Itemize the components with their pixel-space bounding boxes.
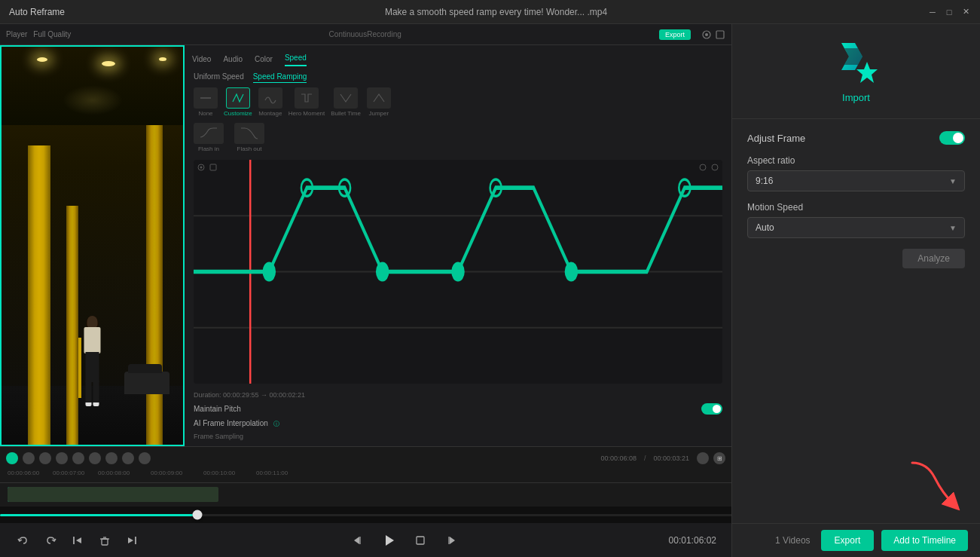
preset-jumper[interactable]: Jumper bbox=[367, 87, 391, 117]
svg-rect-18 bbox=[210, 164, 216, 170]
tl-paste-btn[interactable] bbox=[105, 452, 118, 464]
tl-audio-btn[interactable] bbox=[122, 452, 134, 464]
inner-timeline-track[interactable] bbox=[0, 483, 731, 507]
inner-main: Video Audio Color Speed Uniform Speed Sp… bbox=[0, 45, 731, 446]
minimize-button[interactable]: ─ bbox=[927, 7, 938, 17]
inner-left-panel bbox=[0, 45, 185, 446]
aspect-ratio-dropdown[interactable]: 9:16 ▼ bbox=[747, 170, 965, 191]
aspect-ratio-section: Aspect ratio 9:16 ▼ bbox=[747, 155, 965, 191]
tl-separator: / bbox=[644, 454, 646, 462]
inner-tabs: Video Audio Color Speed bbox=[185, 45, 731, 66]
tab-color[interactable]: Color bbox=[255, 55, 273, 66]
preset-flash-in-label: Flash in bbox=[198, 145, 219, 152]
preset-none[interactable]: None bbox=[194, 87, 218, 117]
ruler-label-3: 00:00:08:00 bbox=[98, 470, 130, 476]
adjust-frame-toggle[interactable] bbox=[939, 131, 965, 145]
add-to-timeline-button[interactable]: Add to Timeline bbox=[881, 530, 968, 551]
speed-toggle-row: Uniform Speed Speed Ramping bbox=[194, 72, 722, 83]
speed-ramping-toggle[interactable]: Speed Ramping bbox=[253, 72, 307, 83]
flash-presets: Flash in Flash out bbox=[194, 123, 722, 152]
videos-count: 1 Videos bbox=[775, 535, 810, 546]
tl-total-time: 00:00:03:21 bbox=[653, 454, 689, 462]
preset-customize[interactable]: Customize bbox=[224, 87, 252, 117]
left-pillar bbox=[28, 145, 50, 446]
maximize-button[interactable]: □ bbox=[944, 7, 954, 17]
transport-time: 00:01:06:02 bbox=[669, 535, 716, 546]
tl-copy-btn[interactable] bbox=[89, 452, 101, 464]
window-controls: ─ □ ✕ bbox=[927, 7, 971, 17]
maintain-pitch-toggle[interactable] bbox=[701, 403, 722, 415]
inner-export-btn[interactable]: Export bbox=[659, 29, 691, 40]
motion-speed-dropdown[interactable]: Auto ▼ bbox=[747, 217, 965, 238]
inner-timeline-controls: 00:00:06:08 / 00:00:03:21 ⊞ bbox=[0, 447, 731, 470]
prev-frame-button[interactable] bbox=[349, 532, 365, 549]
progress-thumb[interactable] bbox=[193, 510, 203, 520]
track-segment-1[interactable] bbox=[8, 487, 218, 502]
preset-montage-icon bbox=[263, 91, 278, 105]
ruler-label-4: 00:00:09:00 bbox=[151, 470, 182, 476]
tl-snap-btn[interactable] bbox=[23, 452, 35, 464]
svg-marker-27 bbox=[128, 537, 133, 543]
crop-button[interactable] bbox=[412, 532, 429, 549]
close-button[interactable]: ✕ bbox=[960, 7, 971, 17]
quality-label: Full Quality bbox=[33, 30, 71, 38]
skip-end-button[interactable] bbox=[124, 532, 140, 549]
ruler-label-5: 00:00:10:00 bbox=[203, 470, 235, 476]
skip-start-button[interactable] bbox=[69, 532, 86, 549]
graph-more-icon[interactable] bbox=[710, 163, 719, 172]
graph-expand-icon[interactable] bbox=[698, 163, 707, 172]
aspect-ratio-arrow: ▼ bbox=[949, 177, 957, 185]
tab-speed[interactable]: Speed bbox=[285, 54, 307, 66]
graph-gear-icon[interactable] bbox=[209, 163, 218, 172]
play-button[interactable] bbox=[380, 532, 397, 549]
aspect-ratio-label: Aspect ratio bbox=[747, 155, 965, 166]
redo-button[interactable] bbox=[42, 532, 59, 549]
ai-frame-label: AI Frame Interpolation bbox=[194, 419, 268, 427]
inner-editor: Player Full Quality ContinuousRecording … bbox=[0, 24, 731, 507]
speed-content: Uniform Speed Speed Ramping bbox=[185, 66, 731, 446]
transport-left bbox=[15, 532, 140, 549]
tl-plus-btn[interactable] bbox=[139, 452, 151, 464]
bottom-bar: 1 Videos Export Add to Timeline bbox=[732, 523, 980, 557]
frame-sampling-row: Frame Sampling bbox=[194, 433, 722, 440]
speed-presets: None Custo bbox=[194, 87, 722, 117]
preset-bullet[interactable]: Bullet Time bbox=[331, 87, 361, 117]
maintain-pitch-thumb bbox=[713, 405, 721, 413]
analyze-button[interactable]: Analyze bbox=[902, 249, 965, 268]
recording-label: ContinuousRecording bbox=[77, 30, 653, 38]
crop-icon[interactable] bbox=[715, 29, 725, 40]
tl-cut-btn[interactable] bbox=[39, 452, 51, 464]
svg-point-12 bbox=[452, 263, 463, 280]
import-button[interactable]: Import bbox=[842, 92, 870, 103]
tl-grid-btn[interactable]: ⊞ bbox=[713, 452, 725, 464]
undo-button[interactable] bbox=[15, 532, 32, 549]
arrow-indicator bbox=[732, 280, 980, 523]
preset-hero-icon bbox=[299, 91, 314, 105]
adjust-frame-label: Adjust Frame bbox=[747, 133, 805, 144]
ai-frame-info[interactable]: ⓘ bbox=[273, 421, 279, 427]
motion-speed-value: Auto bbox=[756, 222, 774, 233]
ruler-label-2: 00:00:07:00 bbox=[53, 470, 84, 476]
preset-flash-in[interactable]: Flash in bbox=[194, 123, 224, 152]
tl-trim-btn[interactable] bbox=[56, 452, 68, 464]
tab-video[interactable]: Video bbox=[192, 55, 211, 66]
next-frame-button[interactable] bbox=[444, 532, 460, 549]
uniform-speed-toggle[interactable]: Uniform Speed bbox=[194, 72, 244, 83]
graph-settings-icon[interactable] bbox=[197, 163, 206, 172]
export-button[interactable]: Export bbox=[821, 530, 875, 551]
tl-record-btn[interactable] bbox=[6, 452, 18, 464]
settings-icon[interactable] bbox=[701, 29, 712, 40]
tl-speed-btn[interactable] bbox=[72, 452, 84, 464]
tab-audio[interactable]: Audio bbox=[223, 55, 243, 66]
preset-hero[interactable]: Hero Moment bbox=[289, 87, 325, 117]
duration-text: Duration: 00:00:29:55 → 00:00:02:21 bbox=[194, 391, 305, 399]
preset-none-icon bbox=[198, 91, 213, 105]
tl-settings-btn[interactable] bbox=[697, 452, 709, 464]
svg-marker-30 bbox=[386, 535, 394, 546]
outer-progress-track[interactable] bbox=[0, 514, 731, 516]
delete-button[interactable] bbox=[96, 532, 113, 549]
duration-row: Duration: 00:00:29:55 → 00:00:02:21 bbox=[194, 391, 722, 399]
preset-montage[interactable]: Montage bbox=[258, 87, 282, 117]
speed-graph[interactable] bbox=[194, 160, 722, 384]
preset-flash-out[interactable]: Flash out bbox=[234, 123, 264, 152]
